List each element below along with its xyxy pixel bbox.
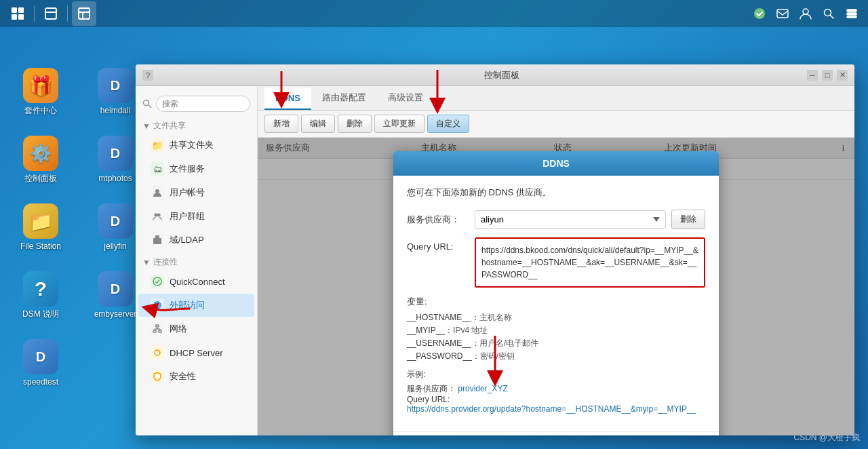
query-url-field: https://ddns.bkood.com/dns/quick/ali/def… bbox=[475, 237, 705, 288]
example-provider-label: 服务供应商： bbox=[407, 384, 456, 393]
desktop-icon-heimdall[interactable]: D heimdall bbox=[88, 68, 142, 117]
var-desc-username: 用户名/电子邮件 bbox=[479, 338, 538, 348]
desktop-icon-dsm-help[interactable]: ? DSM 说明 bbox=[14, 271, 68, 320]
window-help-button[interactable]: ? bbox=[142, 70, 153, 81]
taskbar-left bbox=[0, 1, 96, 26]
svg-rect-27 bbox=[156, 325, 159, 327]
provider-label: 服务供应商： bbox=[407, 210, 468, 226]
sidebar-item-group[interactable]: 用户群组 bbox=[138, 205, 254, 228]
query-url-box[interactable]: https://ddns.bkood.com/dns/quick/ali/def… bbox=[475, 237, 705, 288]
taskbar-separator2 bbox=[67, 5, 68, 22]
svg-rect-16 bbox=[847, 16, 856, 18]
toolbar: 新增 编辑 删除 立即更新 自定义 bbox=[258, 111, 854, 138]
window-close-button[interactable]: ✕ bbox=[837, 70, 848, 81]
modal-title: DDNS bbox=[542, 158, 570, 169]
variable-username: __USERNAME__：用户名/电子邮件 bbox=[407, 338, 705, 349]
svg-line-18 bbox=[149, 105, 152, 109]
add-button[interactable]: 新增 bbox=[264, 115, 298, 133]
sidebar-item-dhcp[interactable]: DHCP Server bbox=[138, 341, 254, 364]
var-desc-hostname: 主机名称 bbox=[479, 313, 512, 322]
desktop-icon-mtphotos[interactable]: D mtphotos bbox=[88, 136, 142, 184]
desktop: 🎁 套件中心 D heimdall ⚙️ 控制面板 D mtphotos 📁 F… bbox=[0, 27, 868, 449]
delete-button[interactable]: 删除 bbox=[338, 115, 372, 133]
sidebar-item-domain[interactable]: 域/LDAP bbox=[138, 229, 254, 252]
sidebar-item-file-service[interactable]: 🗂 文件服务 bbox=[138, 157, 254, 180]
section-collapse-icon2[interactable]: ▼ bbox=[142, 258, 151, 267]
svg-line-13 bbox=[831, 16, 834, 19]
example-provider-value[interactable]: provider_XYZ bbox=[458, 384, 507, 393]
example-title: 示例: bbox=[407, 369, 705, 380]
window-minimize-button[interactable]: ─ bbox=[807, 70, 818, 81]
desktop-icon-control-panel[interactable]: ⚙️ 控制面板 bbox=[14, 136, 68, 184]
ddns-table-area: 服务供应商 主机名称 状态 上次更新时间 i 已停用 bbox=[258, 138, 854, 435]
section-collapse-icon[interactable]: ▼ bbox=[142, 121, 151, 131]
sidebar-search-icon bbox=[142, 99, 152, 109]
user-icon[interactable] bbox=[795, 3, 816, 24]
search-icon[interactable] bbox=[818, 3, 840, 24]
app-grid-icon[interactable] bbox=[5, 1, 30, 26]
taskbar-app2-icon[interactable] bbox=[72, 1, 96, 26]
form-row-query-url: Query URL: https://ddns.bkood.com/dns/qu… bbox=[407, 237, 705, 288]
svg-rect-29 bbox=[159, 330, 161, 332]
query-url-label: Query URL: bbox=[407, 237, 468, 252]
example-query-url[interactable]: https://ddns.provider.org/update?hostnam… bbox=[407, 404, 696, 414]
sidebar-item-user[interactable]: 用户帐号 bbox=[138, 181, 254, 204]
provider-select[interactable]: aliyun阿里云dnspodCloudFlare其他 bbox=[475, 210, 666, 229]
sidebar-item-quickconnect[interactable]: QuickConnect bbox=[138, 270, 254, 293]
sidebar-item-external-access[interactable]: 外部访问 bbox=[138, 294, 254, 317]
window-maximize-button[interactable]: □ bbox=[822, 70, 833, 81]
desktop-icon-package-center[interactable]: 🎁 套件中心 bbox=[14, 68, 68, 117]
example-query-value-row: https://ddns.provider.org/update?hostnam… bbox=[407, 404, 705, 414]
main-window: ? 控制面板 ─ □ ✕ ▼ 文件 bbox=[136, 64, 854, 435]
svg-rect-10 bbox=[777, 9, 788, 18]
quickconnect-icon bbox=[151, 275, 164, 288]
delete-provider-button[interactable]: 删除 bbox=[671, 210, 705, 229]
sidebar-search-input[interactable] bbox=[156, 96, 250, 112]
sidebar-section-connectivity: ▼ 连接性 bbox=[136, 252, 257, 269]
desktop-icon-embyserver[interactable]: D embyserver bbox=[88, 271, 142, 320]
ddns-modal: DDNS 您可在下面添加新的 DDNS 供应商。 服务供应商： aliyun阿里… bbox=[393, 151, 719, 435]
svg-rect-4 bbox=[45, 8, 56, 19]
dhcp-icon bbox=[151, 346, 164, 359]
user-icon bbox=[151, 186, 164, 199]
modal-header: DDNS bbox=[393, 151, 719, 176]
var-key-hostname: __HOSTNAME__ bbox=[407, 313, 471, 322]
modal-description: 您可在下面添加新的 DDNS 供应商。 bbox=[407, 187, 705, 199]
desktop-icon-jellyfin[interactable]: D jellyfin bbox=[88, 203, 142, 252]
var-key-username: __USERNAME__ bbox=[407, 338, 471, 348]
sidebar: ▼ 文件共享 📁 共享文件夹 🗂 文件服务 bbox=[136, 86, 258, 435]
tabs-bar: DDNS 路由器配置 高级设置 bbox=[258, 86, 854, 111]
tab-advanced[interactable]: 高级设置 bbox=[377, 86, 434, 111]
message-icon[interactable] bbox=[772, 3, 793, 24]
notification-icon[interactable] bbox=[749, 3, 770, 24]
domain-icon bbox=[151, 233, 164, 247]
svg-rect-0 bbox=[12, 7, 17, 13]
desktop-icon-speedtest[interactable]: D speedtest bbox=[14, 339, 68, 388]
modal-footer: 保存 取消 bbox=[393, 431, 719, 435]
sidebar-item-shared-folder[interactable]: 📁 共享文件夹 bbox=[138, 134, 254, 157]
custom-button[interactable]: 自定义 bbox=[427, 115, 469, 133]
tab-ddns[interactable]: DDNS bbox=[264, 87, 311, 110]
svg-point-9 bbox=[754, 8, 765, 19]
file-service-icon: 🗂 bbox=[151, 162, 164, 176]
taskbar-separator bbox=[34, 5, 35, 22]
edit-button[interactable]: 编辑 bbox=[301, 115, 335, 133]
var-key-password: __PASSWORD__ bbox=[407, 351, 472, 361]
svg-rect-15 bbox=[847, 13, 856, 15]
desktop-icon-file-station[interactable]: 📁 File Station bbox=[14, 203, 68, 252]
variable-password: __PASSWORD__：密码/密钥 bbox=[407, 351, 705, 362]
network-icon bbox=[151, 322, 164, 336]
window-titlebar: ? 控制面板 ─ □ ✕ bbox=[136, 64, 854, 86]
menu-icon[interactable] bbox=[841, 3, 863, 24]
group-icon bbox=[151, 210, 164, 223]
taskbar-right bbox=[749, 3, 868, 24]
svg-rect-6 bbox=[79, 8, 90, 19]
tab-router-config[interactable]: 路由器配置 bbox=[311, 86, 377, 111]
svg-rect-14 bbox=[847, 9, 856, 12]
sidebar-item-network[interactable]: 网络 bbox=[138, 317, 254, 340]
taskbar-app1-icon[interactable] bbox=[39, 1, 63, 26]
example-query-label: Query URL: bbox=[407, 395, 450, 404]
security-icon bbox=[151, 370, 164, 383]
sidebar-item-security[interactable]: 安全性 bbox=[138, 365, 254, 388]
update-now-button[interactable]: 立即更新 bbox=[374, 115, 425, 133]
